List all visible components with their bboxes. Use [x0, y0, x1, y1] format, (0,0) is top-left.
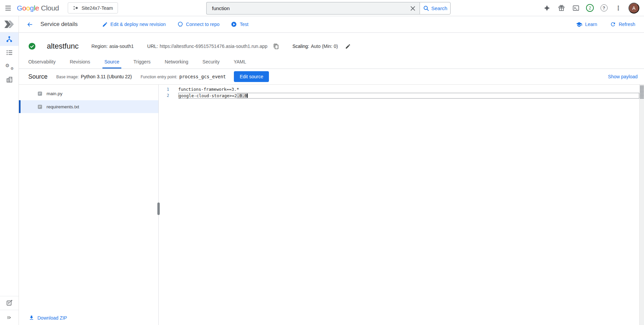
- gift-icon: [558, 4, 565, 12]
- rail-item-services[interactable]: [0, 32, 19, 46]
- file-name: requirements.txt: [47, 104, 79, 109]
- refresh-label: Refresh: [619, 22, 635, 27]
- refresh-button[interactable]: Refresh: [610, 21, 635, 27]
- url-label: URL:: [147, 44, 158, 49]
- session-count: 2: [589, 6, 591, 10]
- text-cursor: [247, 93, 248, 98]
- test-label: Test: [240, 22, 248, 27]
- service-action-bar: Service details Edit & deploy new revisi…: [19, 16, 644, 33]
- gears-icon: ⚙ ⚙: [5, 62, 13, 70]
- edit-scaling-button[interactable]: [345, 44, 351, 49]
- region-group: Region: asia-south1: [91, 44, 134, 49]
- back-button[interactable]: [26, 20, 34, 28]
- project-icon: [73, 5, 79, 10]
- test-button[interactable]: Test: [231, 21, 248, 27]
- pencil-icon: [345, 44, 351, 49]
- cloud-shell-button[interactable]: [572, 4, 580, 12]
- connect-repo-button[interactable]: Connect to repo: [177, 21, 220, 27]
- file-row-requirements-txt[interactable]: requirements.txt: [19, 100, 158, 113]
- scaling-value: Auto (Min: 0): [311, 44, 338, 49]
- service-name: altestfunc: [47, 42, 79, 51]
- left-nav-rail: ⚙ ⚙: [0, 16, 19, 325]
- search-button[interactable]: Search: [420, 2, 451, 15]
- code-editor[interactable]: 1 functions-framework==3.* 2 google-clou…: [159, 85, 644, 325]
- region-label: Region:: [91, 44, 108, 49]
- rail-spacer: [0, 86, 19, 296]
- panel-resize-handle[interactable]: [157, 202, 160, 215]
- main-menu-icon[interactable]: [0, 0, 16, 16]
- free-trial-gift-button[interactable]: [557, 4, 566, 12]
- rail-item-settings[interactable]: ⚙ ⚙: [0, 59, 19, 73]
- url-value: https://altestfunc-69515751476.asia-sout…: [160, 44, 268, 49]
- edit-source-button[interactable]: Edit source: [234, 71, 269, 82]
- show-payload-link[interactable]: Show payload: [608, 74, 638, 79]
- rail-item-release-notes[interactable]: [0, 296, 19, 310]
- rail-expand-button[interactable]: [0, 310, 19, 325]
- source-toolbar: Source Base image: Python 3.11 (Ubuntu 2…: [19, 69, 644, 85]
- learn-button[interactable]: Learn: [576, 21, 597, 28]
- cloud-run-logo-icon: [3, 19, 16, 29]
- tab-yaml[interactable]: YAML: [232, 56, 248, 69]
- google-cloud-logo: Google Cloud: [17, 4, 59, 12]
- download-icon: [29, 315, 34, 321]
- top-app-bar: Google Cloud Site24x7-Team Search: [0, 0, 644, 16]
- edit-deploy-button[interactable]: Edit & deploy new revision: [102, 22, 166, 27]
- main-content: Service details Edit & deploy new revisi…: [19, 16, 644, 325]
- code-text: functions-framework==3.*: [178, 86, 639, 92]
- entry-point-group: Function entry point: process_gcs_event: [141, 74, 226, 79]
- search-input-container: [206, 2, 420, 15]
- refresh-icon: [610, 21, 616, 27]
- services-icon: [5, 35, 13, 43]
- project-selector[interactable]: Site24x7-Team: [68, 2, 118, 13]
- search-input[interactable]: [207, 5, 406, 11]
- editor-scrollbar[interactable]: [639, 85, 644, 325]
- graduation-cap-icon: [576, 21, 582, 28]
- project-name: Site24x7-Team: [82, 5, 113, 11]
- rail-item-domains[interactable]: [0, 73, 19, 86]
- active-sessions-badge[interactable]: 2: [586, 4, 594, 12]
- expand-panel-icon: [6, 314, 13, 321]
- service-header: altestfunc Region: asia-south1 URL: http…: [19, 33, 644, 51]
- editor-scrollbar-thumb[interactable]: [640, 85, 644, 99]
- gemini-button[interactable]: [543, 4, 551, 12]
- service-tabs: Observability Revisions Source Triggers …: [19, 56, 644, 69]
- tab-observability[interactable]: Observability: [26, 56, 58, 69]
- status-ok-icon: [28, 43, 36, 50]
- rail-item-jobs[interactable]: [0, 46, 19, 59]
- code-text: google-cloud-storage>=2.0.0: [178, 93, 639, 99]
- line-number: 2: [159, 93, 169, 98]
- help-button[interactable]: ?: [600, 4, 608, 12]
- download-zip-button[interactable]: Download ZIP: [29, 315, 67, 321]
- file-row-main-py[interactable]: main.py: [19, 87, 158, 100]
- close-icon: [410, 6, 416, 11]
- url-group: URL: https://altestfunc-69515751476.asia…: [147, 44, 279, 49]
- learn-label: Learn: [585, 22, 597, 27]
- entry-point-value: process_gcs_event: [179, 74, 226, 79]
- tab-security[interactable]: Security: [201, 56, 222, 69]
- service-meta: Region: asia-south1 URL: https://altestf…: [91, 44, 350, 49]
- search-icon: [423, 5, 429, 11]
- copy-url-button[interactable]: [273, 44, 279, 49]
- repo-icon: [177, 21, 183, 27]
- account-avatar[interactable]: A: [628, 3, 639, 13]
- page-title: Service details: [40, 21, 78, 28]
- region-value: asia-south1: [109, 44, 133, 49]
- global-search: Search: [206, 2, 451, 15]
- more-options-button[interactable]: ⋮: [614, 4, 623, 12]
- scaling-group: Scaling: Auto (Min: 0): [293, 44, 351, 49]
- copy-icon: [273, 44, 279, 49]
- clear-search-button[interactable]: [406, 2, 420, 14]
- tab-networking[interactable]: Networking: [163, 56, 190, 69]
- base-image-label: Base image:: [56, 75, 79, 79]
- cloud-run-logo: [0, 16, 19, 32]
- more-vertical-icon: ⋮: [615, 4, 621, 11]
- tab-revisions[interactable]: Revisions: [68, 56, 92, 69]
- code-line-1: 1 functions-framework==3.*: [159, 86, 644, 92]
- source-workspace: main.py requirements.txt Download ZIP: [19, 85, 644, 325]
- source-title: Source: [28, 73, 48, 80]
- scaling-label: Scaling:: [293, 44, 309, 49]
- tab-triggers[interactable]: Triggers: [131, 56, 153, 69]
- topbar-utilities: 2 ? ⋮ A: [543, 3, 644, 13]
- tab-source[interactable]: Source: [102, 56, 121, 69]
- line-number: 1: [159, 87, 169, 92]
